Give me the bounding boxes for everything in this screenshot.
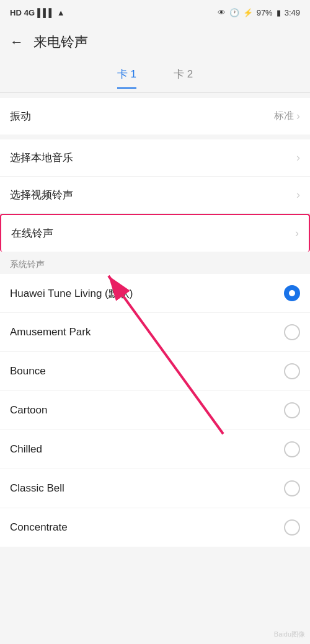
chevron-icon: ›: [296, 188, 300, 201]
vibration-item[interactable]: 振动 标准 ›: [0, 98, 310, 135]
video-ringtone-label: 选择视频铃声: [10, 188, 73, 202]
local-music-label: 选择本地音乐: [10, 151, 73, 165]
clock-icon: 🕐: [229, 8, 239, 17]
tab-card2[interactable]: 卡 2: [174, 67, 193, 85]
page-title: 来电铃声: [33, 33, 88, 51]
ringtone-item-amusement-park[interactable]: Amusement Park: [0, 313, 310, 352]
wifi-icon: ▲: [57, 8, 65, 17]
bluetooth-icon: ⚡: [243, 8, 253, 17]
local-music-section: 选择本地音乐 › 选择视频铃声 › 在线铃声 ›: [0, 139, 310, 252]
back-button[interactable]: ←: [10, 34, 24, 50]
tab-card1[interactable]: 卡 1: [117, 67, 136, 85]
vibration-value: 标准 ›: [274, 110, 300, 123]
ringtone-name: Bounce: [10, 365, 46, 377]
online-ringtone-item[interactable]: 在线铃声 ›: [0, 214, 310, 252]
signal-bars: ▌▌▌: [37, 8, 55, 17]
ringtone-item-bounce[interactable]: Bounce: [0, 352, 310, 391]
eye-icon: 👁: [218, 8, 226, 17]
radio-unselected: [284, 480, 300, 496]
radio-unselected: [284, 519, 300, 536]
ringtone-item-chilled[interactable]: Chilled: [0, 430, 310, 469]
radio-unselected: [284, 402, 300, 418]
ringtone-item-huawei-tune[interactable]: Huawei Tune Living (默认): [0, 274, 310, 313]
tab-bar: 卡 1 卡 2: [0, 60, 310, 93]
radio-unselected: [284, 324, 300, 340]
status-right: 👁 🕐 ⚡ 97% ▮ 3:49: [218, 8, 300, 17]
watermark: Baidu图像: [274, 630, 305, 639]
ringtone-item-concentrate[interactable]: Concentrate: [0, 508, 310, 547]
radio-unselected: [284, 363, 300, 379]
ringtone-name: Concentrate: [10, 521, 68, 534]
ringtone-item-classic-bell[interactable]: Classic Bell: [0, 469, 310, 508]
carrier-label: HD: [10, 8, 22, 17]
chevron-icon: ›: [295, 227, 299, 240]
system-ringtones-section-label: 系统铃声: [0, 252, 310, 274]
ringtone-name: Chilled: [10, 443, 42, 456]
ringtone-item-cartoon[interactable]: Cartoon: [0, 391, 310, 430]
video-ringtone-item[interactable]: 选择视频铃声 ›: [0, 177, 310, 214]
vibration-label: 振动: [10, 109, 31, 123]
local-music-item[interactable]: 选择本地音乐 ›: [0, 139, 310, 177]
signal-label: 4G: [24, 8, 35, 17]
settings-list: 振动 标准 ›: [0, 98, 310, 135]
ringtone-list: Huawei Tune Living (默认) Amusement Park B…: [0, 274, 310, 547]
status-bar: HD 4G ▌▌▌ ▲ 👁 🕐 ⚡ 97% ▮ 3:49: [0, 0, 310, 25]
ringtone-name: Amusement Park: [10, 326, 91, 338]
chevron-icon: ›: [296, 110, 300, 123]
online-ringtone-label: 在线铃声: [11, 226, 53, 240]
time-label: 3:49: [285, 8, 300, 17]
battery-icon: ▮: [277, 8, 281, 17]
status-left: HD 4G ▌▌▌ ▲: [10, 8, 65, 17]
ringtone-name: Huawei Tune Living (默认): [10, 286, 133, 301]
radio-unselected: [284, 441, 300, 457]
chevron-icon: ›: [296, 151, 300, 164]
ringtone-name: Classic Bell: [10, 482, 64, 495]
battery-percent: 97%: [257, 8, 273, 17]
radio-selected: [284, 285, 300, 301]
ringtone-name: Cartoon: [10, 404, 47, 417]
header: ← 来电铃声: [0, 25, 310, 60]
